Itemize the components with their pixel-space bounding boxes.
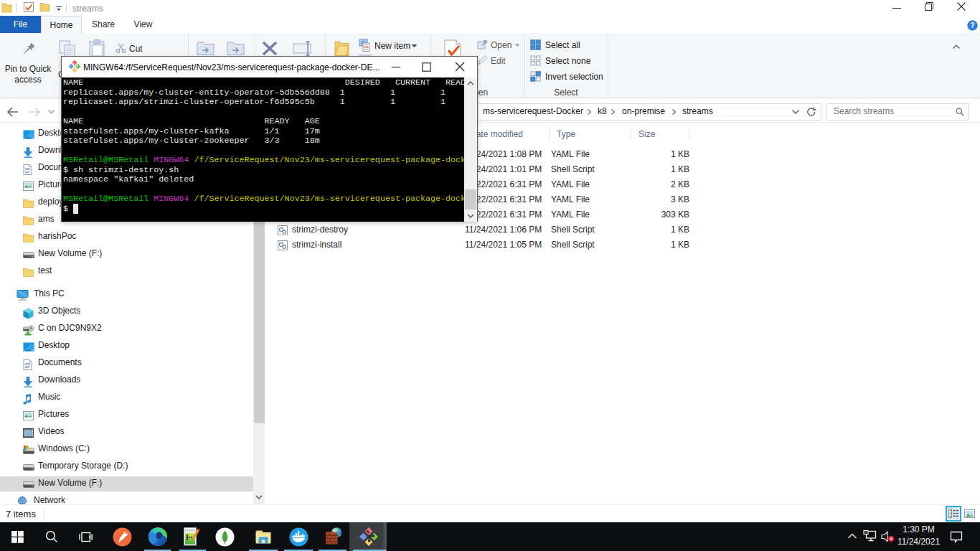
svg-text:?: ? bbox=[970, 21, 974, 29]
